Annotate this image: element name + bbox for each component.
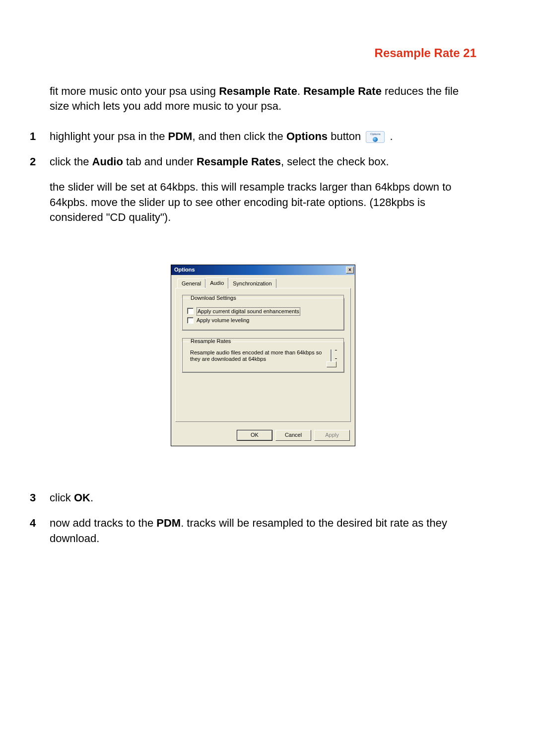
text: button — [328, 130, 364, 142]
term-audio: Audio — [92, 155, 123, 168]
group-legend: Download Settings — [189, 294, 238, 302]
slider-tick — [335, 350, 337, 350]
checkbox-sound-enhancements[interactable] — [187, 308, 194, 314]
term-resample-rate: Resample Rate — [303, 85, 382, 97]
group-download-settings: Download Settings Apply current digital … — [182, 294, 344, 331]
checkbox-label: Apply current digital sound enhancements — [197, 307, 339, 316]
step-2: click the Audio tab and under Resample R… — [30, 154, 476, 446]
term-ok: OK — [74, 491, 90, 504]
text: fit more music onto your psa using — [50, 85, 219, 97]
document-page: Resample Rate 21 fit more music onto you… — [0, 0, 536, 756]
bitrate-slider[interactable] — [325, 349, 337, 367]
text: . — [297, 85, 303, 97]
text: tab and under — [123, 155, 197, 168]
options-icon-glyph — [373, 137, 378, 142]
ok-button[interactable]: OK — [237, 430, 272, 441]
group-legend: Resample Rates — [189, 338, 232, 345]
checkbox-label: Apply volume leveling — [197, 317, 339, 324]
slider-thumb[interactable] — [327, 361, 336, 367]
dialog-body: General Audio Synchronization Download S… — [171, 275, 355, 426]
text: . — [387, 130, 393, 142]
term-options: Options — [286, 130, 328, 142]
term-pdm: PDM — [168, 130, 193, 142]
apply-button[interactable]: Apply — [314, 430, 350, 441]
page-header: Resample Rate 21 — [30, 45, 476, 62]
dialog-titlebar[interactable]: Options × — [171, 265, 355, 275]
options-dialog: Options × General Audio Synchronization … — [171, 265, 355, 446]
text: highlight your psa in the — [50, 130, 168, 142]
tab-panel-audio: Download Settings Apply current digital … — [175, 288, 351, 422]
text: click the — [50, 155, 92, 168]
text: , select the check box. — [281, 155, 389, 168]
dialog-title: Options — [174, 266, 195, 274]
text: , and then click the — [192, 130, 286, 142]
slider-tick — [335, 358, 337, 359]
group-resample-rates: Resample Rates Resample audio files enco… — [182, 338, 344, 372]
term-resample-rates: Resample Rates — [197, 155, 281, 168]
tabs: General Audio Synchronization — [175, 278, 351, 288]
options-icon-label: Options — [366, 132, 384, 136]
text: click — [50, 491, 74, 504]
checkbox-volume-leveling[interactable] — [187, 317, 194, 324]
tab-audio[interactable]: Audio — [205, 277, 228, 288]
steps-list: highlight your psa in the PDM, and then … — [30, 129, 476, 546]
step-3: click OK. — [30, 490, 476, 506]
text: . — [90, 491, 93, 504]
text: now add tracks to the — [50, 517, 156, 529]
step-1: highlight your psa in the PDM, and then … — [30, 129, 476, 144]
dialog-buttons: OK Cancel Apply — [171, 426, 355, 446]
tab-synchronization[interactable]: Synchronization — [228, 278, 276, 288]
term-pdm: PDM — [156, 517, 181, 529]
dialog-figure: Options × General Audio Synchronization … — [50, 265, 476, 446]
cancel-button[interactable]: Cancel — [275, 430, 311, 441]
resample-description: Resample audio files encoded at more tha… — [190, 349, 322, 362]
options-button-icon: Options — [366, 131, 385, 143]
step-2-note: the slider will be set at 64kbps. this w… — [50, 180, 476, 225]
step-4: now add tracks to the PDM. tracks will b… — [30, 516, 476, 547]
intro-paragraph: fit more music onto your psa using Resam… — [50, 84, 476, 115]
term-resample-rate: Resample Rate — [219, 85, 297, 97]
close-icon[interactable]: × — [346, 267, 354, 274]
tab-general[interactable]: General — [177, 278, 205, 288]
